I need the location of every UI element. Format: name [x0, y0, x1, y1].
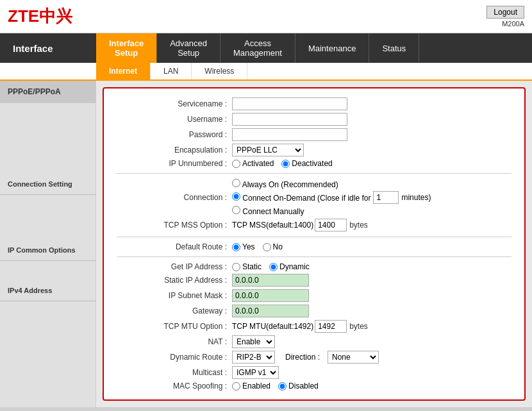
- connect-demand-radio[interactable]: [232, 192, 240, 201]
- multicast-select[interactable]: IGMP v1 IGMP v2 Disabled: [232, 366, 279, 379]
- default-route-no-radio[interactable]: [263, 243, 271, 251]
- password-label: Password :: [117, 130, 232, 139]
- tab-interface-setup[interactable]: Interface Setup: [96, 33, 157, 63]
- tcp-mss-input[interactable]: [315, 219, 347, 231]
- username-label: Username :: [117, 115, 232, 124]
- default-route-no[interactable]: No: [263, 242, 283, 251]
- ip-unnumbered-label: IP Unnumbered :: [117, 159, 232, 168]
- default-route-row: Default Route : Yes No: [117, 242, 511, 251]
- mac-spoofing-disabled-radio[interactable]: [278, 382, 287, 390]
- get-ip-dynamic[interactable]: Dynamic: [269, 262, 310, 271]
- tab-advanced-setup[interactable]: Advanced Setup: [157, 33, 220, 63]
- connection-group: Always On (Recommended) Connect On-Deman…: [232, 179, 431, 216]
- nav-interface-label: Interface: [0, 33, 96, 63]
- ip-unnumbered-activated[interactable]: Activated: [232, 159, 274, 168]
- ip-unnumbered-group: Activated Deactivated: [232, 159, 333, 168]
- tab-maintenance[interactable]: Maintenance: [295, 33, 369, 63]
- tcp-mtu-input[interactable]: [315, 320, 347, 333]
- header: ZTE中兴 Logout M200A: [0, 0, 532, 33]
- logout-button[interactable]: Logout: [486, 6, 524, 19]
- username-row: Username :: [117, 113, 511, 126]
- password-input[interactable]: [232, 128, 347, 141]
- get-ip-group: Static Dynamic: [232, 262, 310, 271]
- direction-select[interactable]: None Both In Only Out Only: [328, 351, 379, 364]
- multicast-label: Multicast :: [117, 368, 232, 377]
- subnet-mask-input[interactable]: [232, 289, 309, 302]
- servicename-row: Servicename :: [117, 97, 511, 110]
- mac-spoofing-enabled-radio[interactable]: [232, 382, 240, 390]
- dynamic-route-controls: RIP2-B RIP1 RIP2-M OSPF Direction : None…: [232, 351, 379, 364]
- get-ip-row: Get IP Address : Static Dynamic: [117, 262, 511, 271]
- ip-unnumbered-deactivated-radio[interactable]: [281, 160, 290, 168]
- idle-minutes-input[interactable]: [373, 191, 399, 204]
- mac-spoofing-enabled[interactable]: Enabled: [232, 382, 270, 390]
- tab-status[interactable]: Status: [369, 33, 419, 63]
- tcp-mss-row: TCP MSS Option : TCP MSS(default:1400) b…: [117, 219, 511, 231]
- connection-row: Connection : Always On (Recommended) Con…: [117, 179, 511, 216]
- subnet-mask-label: IP Subnet Mask :: [117, 291, 232, 300]
- get-ip-static-radio[interactable]: [232, 263, 240, 271]
- divider-3: [117, 256, 511, 257]
- always-on-option[interactable]: Always On (Recommended): [232, 180, 338, 189]
- default-route-label: Default Route :: [117, 242, 232, 251]
- dynamic-route-label: Dynamic Route :: [117, 353, 232, 362]
- sidebar-item-pppoe: PPPoE/PPPoA: [0, 81, 96, 103]
- default-route-yes[interactable]: Yes: [232, 242, 255, 251]
- subtab-wireless[interactable]: Wireless: [192, 63, 247, 80]
- always-on-radio[interactable]: [232, 179, 240, 187]
- sub-tabs: Internet LAN Wireless: [0, 63, 532, 81]
- password-row: Password :: [117, 128, 511, 141]
- static-ip-row: Static IP Address :: [117, 274, 511, 287]
- encapsulation-label: Encapsulation :: [117, 146, 232, 155]
- gateway-input[interactable]: [232, 305, 309, 317]
- logo-zte: ZTE: [8, 6, 39, 26]
- ip-unnumbered-activated-radio[interactable]: [232, 160, 240, 168]
- get-ip-static[interactable]: Static: [232, 262, 262, 271]
- get-ip-label: Get IP Address :: [117, 262, 232, 271]
- gateway-label: Gateway :: [117, 306, 232, 315]
- tab-access-management[interactable]: Access Management: [220, 33, 295, 63]
- subtab-lan[interactable]: LAN: [151, 63, 192, 80]
- content: PPPoE/PPPoA Connection Setting IP Common…: [0, 81, 532, 407]
- nav-bar: Interface Interface Setup Advanced Setup…: [0, 33, 532, 63]
- sidebar: PPPoE/PPPoA Connection Setting IP Common…: [0, 81, 96, 407]
- mac-spoofing-label: MAC Spoofing :: [117, 382, 232, 390]
- subtab-internet[interactable]: Internet: [96, 63, 151, 80]
- nat-select[interactable]: Enable Disable: [232, 335, 275, 348]
- static-ip-input[interactable]: [232, 274, 309, 287]
- main-panel: Servicename : Username : Password : Enca…: [96, 81, 532, 407]
- sidebar-item-connection-setting: Connection Setting: [0, 167, 96, 195]
- dynamic-route-row: Dynamic Route : RIP2-B RIP1 RIP2-M OSPF …: [117, 351, 511, 364]
- nat-label: NAT :: [117, 337, 232, 346]
- dynamic-route-select[interactable]: RIP2-B RIP1 RIP2-M OSPF: [232, 351, 275, 364]
- tcp-mtu-label: TCP MTU Option :: [117, 322, 232, 331]
- multicast-row: Multicast : IGMP v1 IGMP v2 Disabled: [117, 366, 511, 379]
- divider-2: [117, 237, 511, 237]
- connect-manually-radio[interactable]: [232, 206, 240, 214]
- logo: ZTE中兴: [8, 5, 72, 28]
- mac-spoofing-group: Enabled Disabled: [232, 382, 319, 390]
- connection-label: Connection :: [117, 193, 232, 202]
- username-input[interactable]: [232, 113, 347, 126]
- sidebar-item-ip-common: IP Common Options: [0, 233, 96, 261]
- form-box: Servicename : Username : Password : Enca…: [103, 87, 526, 401]
- get-ip-dynamic-radio[interactable]: [269, 263, 278, 271]
- servicename-input[interactable]: [232, 97, 347, 110]
- gateway-row: Gateway :: [117, 305, 511, 317]
- encapsulation-select[interactable]: PPPoE LLC PPPoE VC-Mux PPPoA LLC PPPoA V…: [232, 144, 304, 156]
- divider-1: [117, 173, 511, 174]
- static-ip-label: Static IP Address :: [117, 276, 232, 285]
- model-name: M200A: [502, 20, 524, 28]
- tcp-mss-label: TCP MSS Option :: [117, 221, 232, 230]
- tcp-mtu-row: TCP MTU Option : TCP MTU(default:1492) b…: [117, 320, 511, 333]
- ip-unnumbered-deactivated[interactable]: Deactivated: [281, 159, 332, 168]
- header-right: Logout M200A: [486, 6, 524, 28]
- logo-chinese: 中兴: [39, 6, 72, 26]
- mac-spoofing-disabled[interactable]: Disabled: [278, 382, 319, 390]
- connect-manually-option[interactable]: Connect Manually: [232, 207, 304, 216]
- connect-demand-option[interactable]: Connect On-Demand (Close if idle for: [232, 192, 370, 203]
- default-route-group: Yes No: [232, 242, 283, 251]
- encapsulation-row: Encapsulation : PPPoE LLC PPPoE VC-Mux P…: [117, 144, 511, 156]
- default-route-yes-radio[interactable]: [232, 243, 240, 251]
- nat-row: NAT : Enable Disable: [117, 335, 511, 348]
